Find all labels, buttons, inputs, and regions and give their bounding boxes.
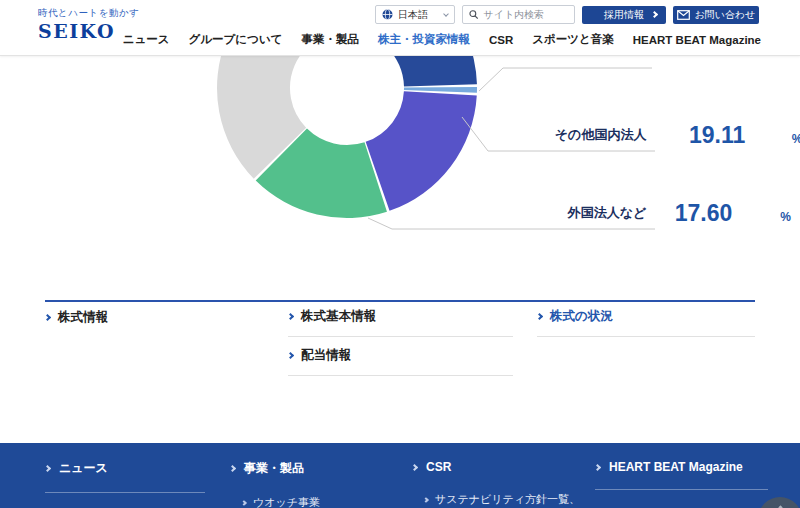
mail-icon [677,10,690,20]
footer-heading-label: HEART BEAT Magazine [609,460,743,474]
chevron-right-icon [651,10,658,17]
contact-button[interactable]: お問い合わせ [673,6,759,24]
site-search [462,5,575,24]
page: 時代とハートを動かす SEIKO 日本語 [0,0,800,508]
link-label: 株式基本情報 [301,309,376,323]
contact-button-label: お問い合わせ [695,8,756,22]
donut-chart-svg: その他国内法人 19.11%外国法人など 17.60% [0,56,800,246]
footer-column-1: 事業・製品ウオッチ事業 [230,460,320,508]
link-item-0[interactable]: 株式の状況 [537,309,755,337]
footer-rule [45,492,205,493]
brand-tagline: 時代とハートを動かす [38,7,139,20]
chevron-right-icon [411,463,418,470]
nav-item-0[interactable]: ニュース [123,32,170,47]
footer-heading-link-0[interactable]: ニュース [45,460,205,477]
chevron-right-icon [44,314,51,321]
search-input[interactable] [483,9,568,20]
callout-text-2: 外国法人など 17.60% [567,200,791,226]
footer-sub-link-2-0[interactable]: サステナビリティ方針一覧、 [424,492,580,507]
chevron-right-icon [536,312,543,319]
globe-icon [382,9,393,20]
main-nav: ニュースグループについて事業・製品株主・投資家情報CSRスポーツと音楽HEART… [123,32,761,47]
chevron-right-icon [287,312,294,319]
footer-sub-link-1-0[interactable]: ウオッチ事業 [242,495,320,508]
nav-item-5[interactable]: スポーツと音楽 [532,32,614,47]
chevron-right-icon [229,465,236,472]
nav-item-4[interactable]: CSR [489,34,513,46]
link-label: 株式の状況 [550,309,613,323]
stock-info-heading-link[interactable]: 株式情報 [45,309,108,326]
chevron-right-icon [44,465,51,472]
footer-heading-link-3[interactable]: HEART BEAT Magazine [595,460,768,474]
links-column-1: 株式基本情報配当情報 [288,309,513,387]
footer-sub-label: ウオッチ事業 [253,495,320,508]
header-utility-bar: 日本語 採用情報 お問い合わせ [375,5,759,24]
chevron-down-icon [443,11,449,17]
footer-heading-label: ニュース [59,460,108,477]
chevron-right-icon [594,463,601,470]
site-footer: ニュース事業・製品ウオッチ事業CSRサステナビリティ方針一覧、HEART BEA… [0,443,800,508]
link-label: 配当情報 [301,348,351,362]
search-icon [469,9,478,20]
donut-segment-2 [366,91,477,211]
footer-column-2: CSRサステナビリティ方針一覧、 [412,460,580,507]
shareholder-donut-chart: その他国内法人 19.11%外国法人など 17.60% [0,56,800,246]
nav-item-6[interactable]: HEART BEAT Magazine [633,34,761,46]
footer-heading-link-1[interactable]: 事業・製品 [230,460,320,477]
chevron-right-icon [287,351,294,358]
nav-item-3[interactable]: 株主・投資家情報 [378,32,470,47]
link-item-0[interactable]: 株式基本情報 [288,309,513,337]
footer-heading-label: CSR [426,460,451,474]
links-column-2: 株式の状況 [537,309,755,348]
footer-sub-label: サステナビリティ方針一覧、 [435,492,580,507]
donut-segment-1 [404,87,477,93]
footer-heading-label: 事業・製品 [244,460,304,477]
chevron-right-icon [423,497,429,503]
nav-item-2[interactable]: 事業・製品 [301,32,359,47]
donut-segment-0 [347,56,477,86]
callout-text-1: その他国内法人 19.11% [555,122,800,148]
footer-column-3: HEART BEAT Magazine [595,460,768,490]
nav-item-1[interactable]: グループについて [189,32,283,47]
recruit-button-label: 採用情報 [604,8,644,22]
footer-column-0: ニュース [45,460,205,493]
language-value: 日本語 [398,8,428,22]
language-selector[interactable]: 日本語 [375,5,455,24]
link-item-1[interactable]: 配当情報 [288,348,513,376]
stock-info-heading-label: 株式情報 [58,309,108,326]
footer-heading-link-2[interactable]: CSR [412,460,580,474]
recruit-button[interactable]: 採用情報 [582,6,666,24]
callout-line-0 [479,68,652,91]
section-divider [45,300,755,302]
footer-rule [595,489,768,490]
chevron-right-icon [241,500,247,506]
site-header: 時代とハートを動かす SEIKO 日本語 [0,0,800,56]
